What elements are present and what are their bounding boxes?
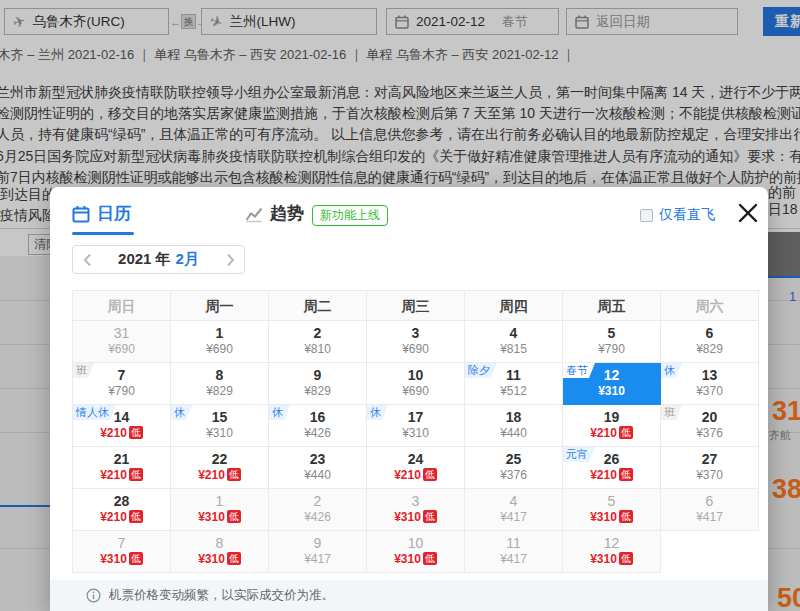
tab-trend-label: 趋势 <box>270 202 304 225</box>
day-price: ¥376 <box>661 426 758 441</box>
calendar-day-cell-12[interactable]: 12¥310低 <box>563 531 661 573</box>
day-price: ¥426 <box>269 426 366 441</box>
calendar-tab-icon <box>72 205 90 223</box>
day-price: ¥426 <box>269 510 366 525</box>
day-price: ¥790 <box>563 342 660 357</box>
day-price: ¥829 <box>661 342 758 357</box>
day-price: ¥417 <box>465 552 562 567</box>
day-price: ¥790 <box>73 384 170 399</box>
calendar-day-cell-2[interactable]: 2¥810 <box>269 321 367 363</box>
calendar-day-cell-24[interactable]: 24¥210低 <box>367 447 465 489</box>
calendar-day-cell-3[interactable]: 3¥310低 <box>367 489 465 531</box>
weekday-header: 周五 <box>563 291 661 321</box>
calendar-day-cell-20[interactable]: 班20¥376 <box>661 405 759 447</box>
calendar-day-cell-14[interactable]: 情人休14¥210低 <box>73 405 171 447</box>
day-price: ¥210低 <box>563 426 660 441</box>
tab-calendar-label: 日历 <box>97 202 131 225</box>
day-number: 23 <box>269 451 366 468</box>
day-number: 6 <box>661 493 758 510</box>
calendar-day-cell-2[interactable]: 2¥426 <box>269 489 367 531</box>
info-icon <box>86 588 101 603</box>
calendar-day-cell-9[interactable]: 9¥829 <box>269 363 367 405</box>
calendar-day-cell-7[interactable]: 班7¥790 <box>73 363 171 405</box>
low-price-badge: 低 <box>129 468 143 481</box>
calendar-day-cell-4[interactable]: 4¥815 <box>465 321 563 363</box>
calendar-day-cell-12[interactable]: 春节12¥310 <box>563 363 661 405</box>
calendar-day-cell-10[interactable]: 10¥690 <box>367 363 465 405</box>
day-price: ¥690 <box>367 342 464 357</box>
day-price: ¥310 <box>563 384 660 399</box>
day-number: 12 <box>563 535 660 552</box>
calendar-day-cell-19[interactable]: 19¥210低 <box>563 405 661 447</box>
calendar-day-cell-6[interactable]: 6¥417 <box>661 489 759 531</box>
day-number: 19 <box>563 409 660 426</box>
calendar-day-cell-5[interactable]: 5¥310低 <box>563 489 661 531</box>
calendar-day-cell-17[interactable]: 休17¥310 <box>367 405 465 447</box>
month-label: 2月 <box>176 250 199 267</box>
tab-calendar[interactable]: 日历 <box>72 202 131 225</box>
calendar-day-cell-9[interactable]: 9¥417 <box>269 531 367 573</box>
day-price: ¥310低 <box>171 510 268 525</box>
weekday-header: 周六 <box>661 291 759 321</box>
calendar-day-cell-7[interactable]: 7¥310低 <box>73 531 171 573</box>
day-number: 25 <box>465 451 562 468</box>
day-price: ¥417 <box>661 510 758 525</box>
calendar-day-cell-3[interactable]: 3¥690 <box>367 321 465 363</box>
day-number: 22 <box>171 451 268 468</box>
day-price: ¥370 <box>661 468 758 483</box>
day-price: ¥417 <box>269 552 366 567</box>
price-disclaimer-text: 机票价格变动频繁，以实际成交价为准。 <box>109 587 334 604</box>
calendar-day-cell-27[interactable]: 27¥370 <box>661 447 759 489</box>
calendar-day-cell-5[interactable]: 5¥790 <box>563 321 661 363</box>
day-number: 3 <box>367 325 464 342</box>
day-price: ¥829 <box>171 384 268 399</box>
day-number: 28 <box>73 493 170 510</box>
calendar-day-cell-10[interactable]: 10¥310低 <box>367 531 465 573</box>
weekday-header: 周四 <box>465 291 563 321</box>
day-number: 10 <box>367 535 464 552</box>
previous-month-button[interactable] <box>73 246 101 273</box>
day-number: 3 <box>367 493 464 510</box>
low-price-badge: 低 <box>129 510 143 523</box>
next-month-button[interactable] <box>216 246 244 273</box>
day-price: ¥440 <box>465 426 562 441</box>
day-number: 7 <box>73 535 170 552</box>
new-feature-badge: 新功能上线 <box>312 205 388 226</box>
day-price: ¥210低 <box>73 426 170 441</box>
calendar-day-cell-21[interactable]: 21¥210低 <box>73 447 171 489</box>
calendar-day-cell-13[interactable]: 休13¥370 <box>661 363 759 405</box>
calendar-day-cell-18[interactable]: 18¥440 <box>465 405 563 447</box>
calendar-day-cell-26[interactable]: 元宵26¥210低 <box>563 447 661 489</box>
day-price: ¥210低 <box>367 468 464 483</box>
calendar-day-cell-22[interactable]: 22¥210低 <box>171 447 269 489</box>
day-number: 5 <box>563 493 660 510</box>
day-price: ¥310 <box>171 426 268 441</box>
day-number: 27 <box>661 451 758 468</box>
calendar-day-cell-4[interactable]: 4¥417 <box>465 489 563 531</box>
calendar-day-cell-15[interactable]: 休15¥310 <box>171 405 269 447</box>
calendar-day-cell-28[interactable]: 28¥210低 <box>73 489 171 531</box>
calendar-day-cell-8[interactable]: 8¥310低 <box>171 531 269 573</box>
day-price: ¥417 <box>465 510 562 525</box>
calendar-day-cell-1[interactable]: 1¥690 <box>171 321 269 363</box>
day-price: ¥810 <box>269 342 366 357</box>
close-modal-button[interactable] <box>735 200 761 226</box>
day-price: ¥376 <box>465 468 562 483</box>
day-price: ¥815 <box>465 342 562 357</box>
calendar-day-cell-25[interactable]: 25¥376 <box>465 447 563 489</box>
direct-only-checkbox[interactable] <box>640 209 653 222</box>
calendar-day-cell-31[interactable]: 31¥690 <box>73 321 171 363</box>
calendar-day-cell-11[interactable]: 11¥417 <box>465 531 563 573</box>
calendar-day-cell-11[interactable]: 除夕11¥512 <box>465 363 563 405</box>
low-price-badge: 低 <box>423 552 437 565</box>
day-price: ¥690 <box>171 342 268 357</box>
calendar-day-cell-16[interactable]: 休16¥426 <box>269 405 367 447</box>
calendar-day-cell-23[interactable]: 23¥440 <box>269 447 367 489</box>
calendar-day-cell-6[interactable]: 6¥829 <box>661 321 759 363</box>
day-price: ¥690 <box>73 342 170 357</box>
low-price-badge: 低 <box>619 510 633 523</box>
direct-flights-only-toggle[interactable]: 仅看直飞 <box>640 206 715 224</box>
tab-trend[interactable]: 趋势 <box>245 202 304 225</box>
calendar-day-cell-8[interactable]: 8¥829 <box>171 363 269 405</box>
calendar-day-cell-1[interactable]: 1¥310低 <box>171 489 269 531</box>
